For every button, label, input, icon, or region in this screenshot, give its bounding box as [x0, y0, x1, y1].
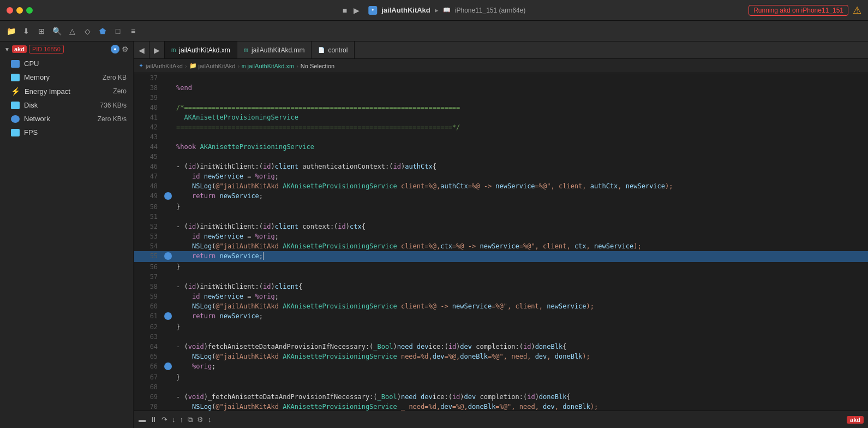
- breakpoint-gutter[interactable]: [164, 142, 172, 152]
- tab-control-type-icon: 📄: [318, 47, 325, 53]
- diamond-icon[interactable]: ◇: [81, 25, 94, 38]
- close-button[interactable]: [7, 7, 13, 14]
- tab-control[interactable]: 📄 control: [312, 41, 355, 58]
- download-icon[interactable]: ⬇: [20, 25, 33, 38]
- breakpoint-gutter[interactable]: [164, 332, 172, 342]
- code-scroll[interactable]: 3738%end3940/*==========================…: [134, 73, 868, 411]
- breakpoint-gutter[interactable]: [164, 212, 172, 222]
- breakpoint-gutter[interactable]: [164, 272, 172, 282]
- code-line-53: 53 id newService = %orig;: [134, 231, 868, 241]
- tab-nav-right[interactable]: ▶: [149, 41, 165, 58]
- editor-panel: ◀ ▶ m jailAuthKitAkd.xm m jailAuthKitAkd…: [134, 41, 868, 428]
- sidebar-item-network[interactable]: Network Zero KB/s: [0, 112, 133, 126]
- breakpoint-gutter[interactable]: [164, 122, 172, 132]
- bottom-step-out-icon[interactable]: ↑: [180, 415, 184, 424]
- breakpoint-gutter[interactable]: [164, 181, 172, 191]
- memory-value: Zero KB: [103, 74, 127, 81]
- line-code-content: id newService = %orig;: [172, 171, 868, 181]
- minimize-button[interactable]: [16, 7, 23, 14]
- breakpoint-gutter[interactable]: [164, 342, 172, 352]
- breakpoint-icon[interactable]: ⬟: [96, 25, 109, 38]
- breakpoint-dot: [164, 362, 172, 370]
- breakpoint-gutter[interactable]: [164, 191, 172, 202]
- breakpoint-gutter[interactable]: [164, 292, 172, 301]
- code-line-54: 54 NSLog(@"jailAuthKitAkd AKAnisetteProv…: [134, 241, 868, 251]
- line-number: 37: [134, 73, 164, 83]
- breakpoint-gutter[interactable]: [164, 262, 172, 272]
- breakpoint-gutter[interactable]: [164, 93, 172, 103]
- breakpoint-gutter[interactable]: [164, 402, 172, 411]
- memory-label: Memory: [24, 73, 98, 81]
- breakpoint-gutter[interactable]: [164, 152, 172, 162]
- run-button[interactable]: ▶: [354, 6, 360, 15]
- layout-icon[interactable]: ≡: [127, 25, 140, 38]
- akd-badge[interactable]: akd: [847, 416, 864, 424]
- sidebar-item-memory[interactable]: Memory Zero KB: [0, 70, 133, 84]
- sidebar-item-cpu[interactable]: CPU: [0, 57, 133, 70]
- bottom-step-over-icon[interactable]: ↷: [161, 415, 167, 424]
- run-badge: Running akd on iPhone11_151: [749, 5, 848, 16]
- maximize-button[interactable]: [26, 7, 33, 14]
- breakpoint-gutter[interactable]: [164, 311, 172, 322]
- warning-small-icon[interactable]: △: [65, 25, 79, 38]
- breadcrumb-file[interactable]: mjailAuthKitAkd.xm: [242, 63, 294, 69]
- breakpoint-gutter[interactable]: [164, 231, 172, 241]
- bottom-copy-icon[interactable]: ⧉: [188, 415, 193, 424]
- breakpoint-gutter[interactable]: [164, 282, 172, 292]
- sidebar-item-disk[interactable]: Disk 736 KB/s: [0, 98, 133, 112]
- breakpoint-gutter[interactable]: [164, 352, 172, 361]
- energy-icon: ⚡: [11, 87, 20, 96]
- breakpoint-gutter[interactable]: [164, 112, 172, 122]
- breakpoint-gutter[interactable]: [164, 392, 172, 402]
- folder-icon[interactable]: 📁: [4, 25, 17, 38]
- bottom-filter-icon[interactable]: ⚙: [197, 415, 203, 424]
- breakpoint-gutter[interactable]: [164, 132, 172, 142]
- bottom-terminal-icon[interactable]: ▬: [139, 415, 146, 424]
- breakpoint-gutter[interactable]: [164, 73, 172, 83]
- code-line-41: 41 AKAnisetteProvisioningService: [134, 112, 868, 122]
- sidebar-item-fps[interactable]: FPS: [0, 126, 133, 139]
- chevron-icon: ▼: [4, 46, 10, 52]
- settings-icon[interactable]: ⚙: [122, 45, 129, 54]
- line-number: 64: [134, 342, 164, 352]
- bottom-step-into-icon[interactable]: ↓: [172, 415, 176, 424]
- stop-button[interactable]: ■: [343, 6, 347, 15]
- breakpoint-gutter[interactable]: [164, 241, 172, 251]
- sidebar-item-energy[interactable]: ⚡ Energy Impact Zero: [0, 84, 133, 98]
- breakpoint-gutter[interactable]: [164, 382, 172, 392]
- breadcrumb-project[interactable]: jailAuthKitAkd: [146, 63, 183, 69]
- tab-nav-left[interactable]: ◀: [134, 41, 149, 58]
- breakpoint-gutter[interactable]: [164, 103, 172, 112]
- add-file-icon[interactable]: ⊞: [35, 25, 48, 38]
- breakpoint-gutter[interactable]: [164, 372, 172, 382]
- breakpoint-gutter[interactable]: [164, 222, 172, 231]
- code-line-69: 69- (void)_fetchAnisetteDataAndProvision…: [134, 392, 868, 402]
- bottom-pause-icon[interactable]: ⏸: [150, 415, 157, 424]
- code-area: 3738%end3940/*==========================…: [134, 73, 868, 411]
- process-name[interactable]: akd: [12, 45, 27, 53]
- breakpoint-gutter[interactable]: [164, 251, 172, 262]
- breadcrumb-group[interactable]: 📁jailAuthKitAkd: [189, 62, 236, 69]
- process-ctrl-btn[interactable]: ●: [111, 45, 119, 54]
- breakpoint-gutter[interactable]: [164, 171, 172, 181]
- file-type-icon: m: [242, 63, 246, 69]
- line-number: 40: [134, 103, 164, 112]
- breakpoint-gutter[interactable]: [164, 301, 172, 311]
- tab-mm[interactable]: m jailAuthKitAkd.mm: [237, 41, 312, 58]
- line-number: 57: [134, 272, 164, 282]
- breakpoint-gutter[interactable]: [164, 202, 172, 212]
- breakpoint-gutter[interactable]: [164, 361, 172, 372]
- breakpoint-gutter[interactable]: [164, 322, 172, 332]
- breakpoint-gutter[interactable]: [164, 162, 172, 171]
- code-table: 3738%end3940/*==========================…: [134, 73, 868, 411]
- breakpoint-gutter[interactable]: [164, 83, 172, 93]
- code-line-57: 57: [134, 272, 868, 282]
- bottom-nav-icon[interactable]: ↕: [208, 415, 212, 424]
- code-line-45: 45: [134, 152, 868, 162]
- breadcrumb-selection[interactable]: No Selection: [301, 63, 334, 69]
- chat-icon[interactable]: □: [111, 25, 124, 38]
- title-app-name: jailAuthKitAkd: [381, 6, 430, 14]
- search-icon[interactable]: 🔍: [50, 25, 63, 38]
- app-icon: ✦: [368, 6, 377, 15]
- tab-xm[interactable]: m jailAuthKitAkd.xm: [165, 41, 237, 58]
